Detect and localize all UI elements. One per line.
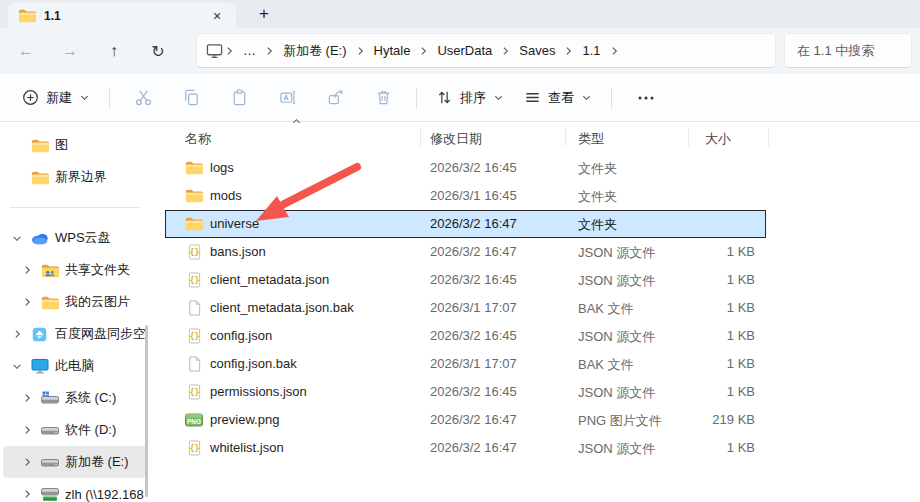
sidebar-item-新加卷-E-[interactable]: 新加卷 (E:) [3, 446, 147, 478]
rename-button[interactable] [267, 81, 307, 115]
folder-icon [185, 159, 203, 176]
file-date-modified: 2026/3/2 16:45 [430, 384, 517, 399]
chevron-right-icon[interactable] [20, 457, 34, 467]
new-tab-button[interactable]: + [252, 2, 276, 26]
chevron-down-icon[interactable] [10, 362, 24, 371]
file-row-universe[interactable]: universe2026/3/2 16:47文件夹 [165, 210, 766, 238]
more-options-button[interactable] [621, 81, 671, 115]
column-divider[interactable] [565, 128, 566, 146]
folder-icon [39, 295, 60, 310]
chevron-right-icon[interactable] [20, 425, 34, 435]
file-row-whitelist.json[interactable]: {}whitelist.json2026/3/2 16:47JSON 源文件1 … [165, 434, 766, 462]
file-type: BAK 文件 [578, 356, 634, 374]
tab-folder-1.1[interactable]: 1.1 × [8, 3, 236, 28]
refresh-icon[interactable]: ↻ [136, 35, 180, 67]
file-name: logs [210, 160, 234, 175]
file-row-logs[interactable]: logs2026/3/2 16:45文件夹 [165, 154, 766, 182]
file-type: 文件夹 [578, 188, 617, 206]
column-divider[interactable] [420, 128, 421, 146]
file-row-config.json.bak[interactable]: config.json.bak2026/3/1 17:07BAK 文件1 KB [165, 350, 766, 378]
file-type: 文件夹 [578, 216, 617, 234]
sidebar-item-百度网盘同步空[interactable]: 百度网盘同步空 [3, 318, 147, 350]
sidebar-item-软件-D-[interactable]: 软件 (D:) [3, 414, 147, 446]
sort-button[interactable]: 排序 [426, 81, 514, 115]
column-header-date[interactable]: 修改日期 [430, 130, 482, 148]
sidebar-item-zlh-192-168[interactable]: zlh (\\192.168 [3, 478, 147, 502]
new-button-label: 新建 [46, 89, 72, 107]
copy-icon [182, 88, 201, 107]
back-icon[interactable]: ← [4, 35, 48, 67]
file-type: JSON 源文件 [578, 328, 655, 346]
breadcrumb-item[interactable]: Saves [511, 38, 563, 64]
folder-shared-icon [39, 263, 60, 278]
chevron-right-icon[interactable] [20, 489, 34, 499]
chevron-down-icon [493, 92, 504, 103]
baidu-sync-icon [29, 327, 50, 342]
chevron-down-icon[interactable] [10, 234, 24, 243]
column-divider[interactable] [688, 128, 689, 146]
drive-icon [39, 456, 60, 469]
new-button[interactable]: 新建 [12, 81, 100, 115]
file-type: JSON 源文件 [578, 440, 655, 458]
file-row-preview.png[interactable]: PNGpreview.png2026/3/2 16:47PNG 图片文件219 … [165, 406, 766, 434]
breadcrumb[interactable]: …新加卷 (E:)HytaleUserDataSaves1.1 [196, 33, 776, 68]
toolbar-divider [416, 87, 417, 109]
sidebar-scrollbar[interactable] [145, 325, 148, 497]
forward-icon[interactable]: → [48, 35, 92, 67]
delete-button[interactable] [363, 81, 403, 115]
chevron-down-icon [79, 92, 90, 103]
file-row-config.json[interactable]: {}config.json2026/3/2 16:45JSON 源文件1 KB [165, 322, 766, 350]
file-date-modified: 2026/3/2 16:45 [430, 272, 517, 287]
sidebar-item-共享文件夹[interactable]: 共享文件夹 [3, 254, 147, 286]
chevron-right-icon[interactable] [20, 393, 34, 403]
breadcrumb-chevron-icon [264, 46, 275, 56]
column-header-size[interactable]: 大小 [705, 130, 731, 148]
sidebar-item-label: 系统 (C:) [65, 389, 116, 407]
sidebar-item-WPS云盘[interactable]: WPS云盘 [3, 222, 147, 254]
column-header-type[interactable]: 类型 [578, 130, 604, 148]
share-button[interactable] [315, 81, 355, 115]
sidebar-item-label: 共享文件夹 [65, 261, 130, 279]
sidebar-item-label: 此电脑 [55, 357, 94, 375]
file-row-mods[interactable]: mods2026/3/1 16:45文件夹 [165, 182, 766, 210]
sidebar-item-我的云图片[interactable]: 我的云图片 [3, 286, 147, 318]
json-file-icon: {} [185, 243, 203, 260]
file-size: 1 KB [645, 272, 755, 287]
file-explorer-window: 1.1 × + ← → ↑ ↻ …新加卷 (E:)HytaleUserDataS… [0, 0, 920, 502]
sidebar-item-此电脑[interactable]: 此电脑 [3, 350, 147, 382]
copy-button[interactable] [171, 81, 211, 115]
file-date-modified: 2026/3/2 16:47 [430, 216, 517, 231]
folder-icon [18, 8, 36, 23]
file-row-client_metadata.json.bak[interactable]: client_metadata.json.bak2026/3/1 17:07BA… [165, 294, 766, 322]
breadcrumb-item[interactable]: 1.1 [574, 38, 608, 64]
column-divider[interactable] [768, 128, 769, 146]
file-name: universe [210, 216, 259, 231]
file-date-modified: 2026/3/2 16:47 [430, 244, 517, 259]
view-button[interactable]: 查看 [514, 81, 602, 115]
breadcrumb-item[interactable]: Hytale [366, 38, 419, 64]
file-row-client_metadata.json[interactable]: {}client_metadata.json2026/3/2 16:45JSON… [165, 266, 766, 294]
sidebar-item-新界边界[interactable]: 新界边界 [3, 161, 147, 193]
column-header-name[interactable]: 名称 [185, 130, 211, 148]
breadcrumb-item[interactable]: 新加卷 (E:) [275, 38, 355, 64]
up-icon[interactable]: ↑ [92, 35, 136, 67]
breadcrumb-item[interactable]: UserData [429, 38, 500, 64]
chevron-right-icon[interactable] [20, 265, 34, 275]
toolbar-divider [611, 87, 612, 109]
breadcrumb-item[interactable]: … [235, 38, 264, 64]
close-tab-icon[interactable]: × [208, 8, 226, 24]
file-type: JSON 源文件 [578, 272, 655, 290]
sidebar-item-label: 新加卷 (E:) [65, 453, 129, 471]
file-size: 1 KB [645, 440, 755, 455]
search-input[interactable]: 在 1.1 中搜索 [784, 33, 912, 68]
file-row-permissions.json[interactable]: {}permissions.json2026/3/2 16:45JSON 源文件… [165, 378, 766, 406]
chevron-right-icon[interactable] [20, 297, 34, 307]
address-bar-row: ← → ↑ ↻ …新加卷 (E:)HytaleUserDataSaves1.1 … [0, 28, 920, 74]
sidebar-item-label: WPS云盘 [55, 229, 111, 247]
cut-button[interactable] [123, 81, 163, 115]
chevron-right-icon[interactable] [10, 329, 24, 339]
file-row-bans.json[interactable]: {}bans.json2026/3/2 16:47JSON 源文件1 KB [165, 238, 766, 266]
sidebar-item-图[interactable]: 图 [3, 129, 147, 161]
paste-button[interactable] [219, 81, 259, 115]
sidebar-item-系统-C-[interactable]: 系统 (C:) [3, 382, 147, 414]
